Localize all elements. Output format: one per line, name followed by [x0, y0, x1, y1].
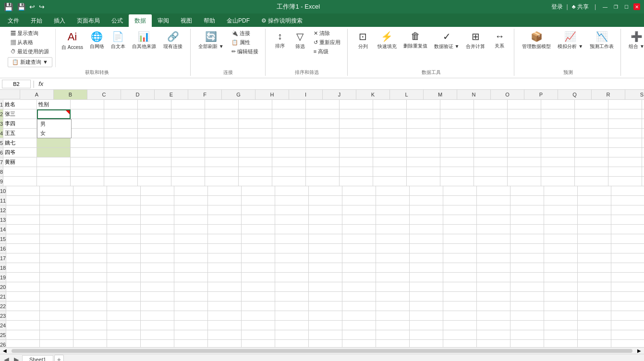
cell-M26[interactable]	[410, 340, 443, 347]
cell-G25[interactable]	[208, 330, 242, 340]
cell-E15[interactable]	[141, 234, 174, 244]
cell-B25[interactable]	[40, 330, 73, 340]
cell-H21[interactable]	[242, 292, 275, 301]
row-head-22[interactable]: 22	[0, 301, 6, 311]
cell-M16[interactable]	[410, 244, 443, 253]
cell-Q10[interactable]	[544, 186, 578, 196]
cell-K22[interactable]	[342, 301, 376, 311]
cell-e4[interactable]	[138, 129, 171, 138]
cell-J26[interactable]	[309, 340, 342, 347]
cell-O15[interactable]	[477, 234, 510, 244]
cell-B9[interactable]	[37, 177, 71, 186]
cell-k6[interactable]	[340, 148, 373, 157]
scroll-right-btn[interactable]: ▶	[634, 348, 644, 353]
undo-icon[interactable]: ↩	[28, 2, 36, 12]
cell-q5[interactable]	[541, 138, 575, 148]
cell-G8[interactable]	[205, 167, 239, 177]
cell-I17[interactable]	[275, 253, 309, 263]
cell-H13[interactable]	[242, 215, 275, 225]
sort-btn[interactable]: ↕ 排序	[270, 29, 290, 51]
cell-O24[interactable]	[477, 321, 510, 330]
tab-file[interactable]: 文件	[2, 14, 25, 27]
cell-l7[interactable]	[373, 157, 407, 167]
cell-I14[interactable]	[275, 225, 309, 234]
cell-N8[interactable]	[440, 167, 474, 177]
cell-F12[interactable]	[174, 205, 208, 215]
cell-I12[interactable]	[275, 205, 309, 215]
tab-view[interactable]: 视图	[175, 14, 198, 27]
cell-H26[interactable]	[242, 340, 275, 347]
scenario-btn[interactable]: 📈 模拟分析 ▼	[555, 29, 586, 52]
cell-H18[interactable]	[242, 263, 275, 273]
relations-btn[interactable]: ↔ 关系	[489, 29, 510, 51]
cell-F10[interactable]	[174, 186, 208, 196]
cell-M23[interactable]	[410, 311, 443, 321]
cell-F22[interactable]	[174, 301, 208, 311]
cell-N10[interactable]	[443, 186, 477, 196]
cell-l4[interactable]	[373, 129, 407, 138]
cell-J25[interactable]	[309, 330, 342, 340]
cell-R21[interactable]	[578, 292, 611, 301]
cell-B10[interactable]	[40, 186, 73, 196]
cell-E20[interactable]	[141, 282, 174, 292]
cell-s1[interactable]	[608, 100, 642, 109]
row-head-6[interactable]: 6	[0, 148, 3, 157]
cell-d1[interactable]	[104, 100, 138, 109]
cell-E24[interactable]	[141, 321, 174, 330]
cell-A22[interactable]	[6, 301, 40, 311]
cell-Q14[interactable]	[544, 225, 578, 234]
col-head-k[interactable]: K	[356, 90, 390, 99]
cell-C9[interactable]	[71, 177, 104, 186]
cell-N21[interactable]	[443, 292, 477, 301]
cell-a1[interactable]: 姓名	[3, 100, 37, 109]
cell-O22[interactable]	[477, 301, 510, 311]
cell-T9[interactable]	[642, 177, 644, 186]
cell-q1[interactable]	[541, 100, 575, 109]
redo-icon[interactable]: ↪	[38, 2, 46, 12]
cell-B14[interactable]	[40, 225, 73, 234]
cell-F25[interactable]	[174, 330, 208, 340]
cell-S23[interactable]	[611, 311, 644, 321]
cell-d6[interactable]	[104, 148, 138, 157]
close-btn[interactable]: ✕	[633, 3, 640, 10]
cell-B12[interactable]	[40, 205, 73, 215]
cell-D9[interactable]	[104, 177, 138, 186]
cell-K20[interactable]	[342, 282, 376, 292]
cell-I9[interactable]	[272, 177, 306, 186]
cell-H9[interactable]	[239, 177, 272, 186]
cell-K24[interactable]	[342, 321, 376, 330]
cell-G14[interactable]	[208, 225, 242, 234]
cell-L24[interactable]	[376, 321, 410, 330]
cell-E18[interactable]	[141, 263, 174, 273]
cell-k5[interactable]	[340, 138, 373, 148]
cell-F23[interactable]	[174, 311, 208, 321]
cell-G20[interactable]	[208, 282, 242, 292]
cell-J15[interactable]	[309, 234, 342, 244]
cell-L22[interactable]	[376, 301, 410, 311]
cell-b1[interactable]: 性别	[37, 100, 71, 109]
cell-A20[interactable]	[6, 282, 40, 292]
row-head-18[interactable]: 18	[0, 263, 6, 273]
cell-N26[interactable]	[443, 340, 477, 347]
col-head-n[interactable]: N	[457, 90, 491, 99]
cell-F26[interactable]	[174, 340, 208, 347]
cell-J10[interactable]	[309, 186, 342, 196]
cell-e7[interactable]	[138, 157, 171, 167]
cell-C23[interactable]	[73, 311, 107, 321]
cell-N11[interactable]	[443, 196, 477, 205]
cell-o6[interactable]	[474, 148, 508, 157]
cell-n6[interactable]	[440, 148, 474, 157]
col-head-m[interactable]: M	[424, 90, 457, 99]
cell-j5[interactable]	[306, 138, 340, 148]
tab-pdf[interactable]: 金山PDF	[221, 14, 255, 27]
cell-l3[interactable]	[373, 119, 407, 129]
cell-A24[interactable]	[6, 321, 40, 330]
cell-J17[interactable]	[309, 253, 342, 263]
cell-Q26[interactable]	[544, 340, 578, 347]
cell-C20[interactable]	[73, 282, 107, 292]
cell-K19[interactable]	[342, 273, 376, 282]
cell-R18[interactable]	[578, 263, 611, 273]
cell-B20[interactable]	[40, 282, 73, 292]
cell-C15[interactable]	[73, 234, 107, 244]
cell-K25[interactable]	[342, 330, 376, 340]
